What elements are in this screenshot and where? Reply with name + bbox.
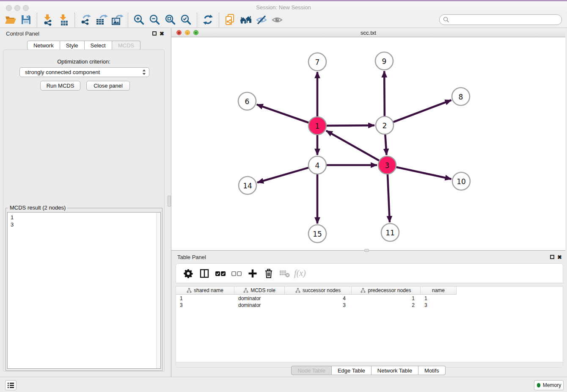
node-9[interactable]: 9: [375, 52, 393, 70]
column-label: predecessor nodes: [368, 287, 411, 293]
node-6[interactable]: 6: [238, 92, 256, 110]
cell-name[interactable]: 1: [421, 295, 457, 302]
node-14[interactable]: 14: [239, 177, 256, 194]
node-4[interactable]: 4: [308, 156, 326, 174]
control-panel-tabs: NetworkStyleSelectMCDS: [0, 41, 168, 50]
column-header-shared-name[interactable]: shared name: [176, 287, 234, 295]
edge-2-9[interactable]: [384, 71, 385, 116]
add-column-icon[interactable]: [245, 266, 261, 281]
home-icon[interactable]: [238, 13, 253, 27]
node-2[interactable]: 2: [376, 116, 394, 134]
optimization-criterion-dropdown[interactable]: strongly connected component: [19, 67, 149, 77]
node-3[interactable]: 3: [378, 156, 396, 174]
node-8[interactable]: 8: [452, 88, 470, 105]
search-input[interactable]: [451, 16, 561, 24]
delete-icon[interactable]: [261, 266, 277, 281]
edge-1-2[interactable]: [327, 125, 374, 126]
import-table-icon[interactable]: [56, 13, 72, 27]
result-scrollbar[interactable]: [156, 213, 160, 368]
table-row[interactable]: 3dominator323: [176, 302, 457, 309]
edge-4-14[interactable]: [257, 168, 308, 182]
network-window-titlebar[interactable]: ✕ − + scc.txt: [171, 28, 565, 37]
export-network-icon[interactable]: [78, 13, 94, 27]
task-history-button[interactable]: [5, 380, 17, 390]
edge-2-8[interactable]: [394, 100, 451, 122]
cell-predecessor-nodes[interactable]: 2: [352, 302, 421, 309]
tab-mcds[interactable]: MCDS: [112, 41, 140, 50]
control-panel-close-button[interactable]: ✖: [160, 31, 164, 36]
cell-MCDS-role[interactable]: dominator: [234, 302, 285, 309]
cell-name[interactable]: 3: [421, 302, 457, 309]
export-table-icon[interactable]: [94, 13, 109, 27]
toolbar-separator: [74, 13, 75, 27]
tab-node-table[interactable]: Node Table: [291, 366, 332, 375]
dropdown-stepper-icon: [142, 69, 146, 75]
node-7[interactable]: 7: [308, 53, 326, 71]
zoom-selected-icon[interactable]: [178, 13, 194, 27]
deselect-checkboxes-icon[interactable]: [228, 266, 245, 281]
cell-successor-nodes[interactable]: 3: [285, 302, 352, 309]
import-network-icon[interactable]: [40, 13, 56, 27]
horizontal-splitter-grip[interactable]: [364, 249, 369, 252]
tab-network[interactable]: Network: [27, 41, 60, 50]
export-image-icon[interactable]: [109, 13, 125, 27]
zoom-fit-icon[interactable]: [162, 13, 178, 27]
gear-icon[interactable]: [180, 266, 196, 281]
node-label-6: 6: [245, 97, 250, 106]
node-label-1: 1: [315, 122, 320, 130]
node-1[interactable]: 1: [308, 117, 326, 135]
save-icon[interactable]: [18, 13, 34, 27]
node-15[interactable]: 15: [308, 225, 326, 243]
table-panel-title: Table Panel: [177, 254, 206, 260]
cell-predecessor-nodes[interactable]: 1: [352, 295, 421, 302]
toolbar-separator: [219, 13, 219, 27]
open-folder-icon[interactable]: [3, 13, 18, 27]
select-all-checkboxes-icon[interactable]: [212, 266, 228, 281]
node-10[interactable]: 10: [452, 172, 470, 190]
edge-3-10[interactable]: [396, 167, 451, 179]
search-box[interactable]: [439, 14, 562, 25]
cell-successor-nodes[interactable]: 4: [285, 295, 352, 302]
zoom-out-icon[interactable]: [147, 13, 162, 27]
edge-1-6[interactable]: [257, 105, 309, 123]
cell-MCDS-role[interactable]: dominator: [234, 295, 285, 302]
column-label: name: [432, 287, 445, 293]
close-panel-button[interactable]: Close panel: [86, 81, 130, 91]
run-mcds-button[interactable]: Run MCDS: [40, 81, 80, 91]
tab-style[interactable]: Style: [60, 41, 85, 50]
column-header-name[interactable]: name: [421, 287, 457, 295]
zoom-in-icon[interactable]: [131, 13, 147, 27]
edge-3-11[interactable]: [388, 174, 390, 222]
column-header-predecessor-nodes[interactable]: predecessor nodes: [352, 287, 421, 295]
column-header-successor-nodes[interactable]: successor nodes: [285, 287, 352, 295]
toolbar-separator: [197, 13, 197, 27]
tab-select[interactable]: Select: [85, 41, 112, 50]
edge-3-1[interactable]: [326, 131, 379, 160]
node-label-7: 7: [315, 58, 320, 66]
refresh-icon[interactable]: [200, 13, 216, 27]
memory-button[interactable]: Memory: [534, 380, 564, 390]
vertical-splitter-grip[interactable]: [168, 196, 171, 207]
main-toolbar: [0, 12, 567, 28]
split-column-icon[interactable]: [196, 266, 212, 281]
control-panel-float-button[interactable]: [152, 31, 157, 36]
table-panel-float-button[interactable]: [550, 255, 554, 259]
node-11[interactable]: 11: [381, 224, 399, 241]
tab-edge-table[interactable]: Edge Table: [332, 366, 372, 375]
table-row[interactable]: 1dominator411: [176, 295, 457, 302]
tab-motifs[interactable]: Motifs: [418, 366, 446, 375]
cell-shared-name[interactable]: 1: [176, 295, 234, 302]
tab-network-table[interactable]: Network Table: [372, 366, 418, 375]
clone-network-icon[interactable]: [222, 13, 238, 27]
mcds-panel: Optimization criterion: strongly connect…: [3, 50, 165, 372]
hide-eye-icon[interactable]: [253, 13, 269, 27]
column-header-MCDS-role[interactable]: MCDS role: [234, 287, 285, 295]
sitemap-icon: [361, 288, 366, 293]
mcds-result-textarea[interactable]: 1 3: [7, 212, 161, 369]
table-panel-close-button[interactable]: ✖: [557, 255, 562, 260]
cell-shared-name[interactable]: 3: [176, 302, 234, 309]
column-label: MCDS role: [250, 287, 275, 293]
network-view[interactable]: 7968124314101511: [171, 37, 565, 251]
edge-2-3[interactable]: [385, 135, 386, 155]
application-window: Session: New Session Control Panel ✖ Net…: [0, 0, 567, 392]
